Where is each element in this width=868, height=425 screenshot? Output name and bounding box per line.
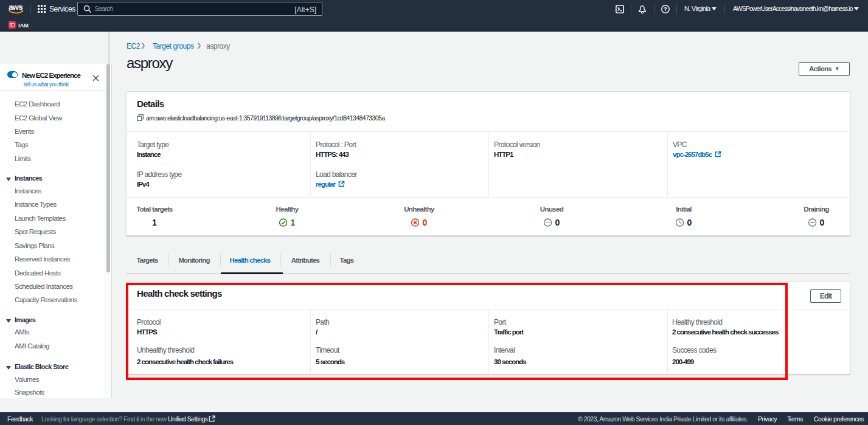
svg-text:?: ? (664, 5, 667, 12)
svg-text:aws: aws (9, 3, 23, 12)
